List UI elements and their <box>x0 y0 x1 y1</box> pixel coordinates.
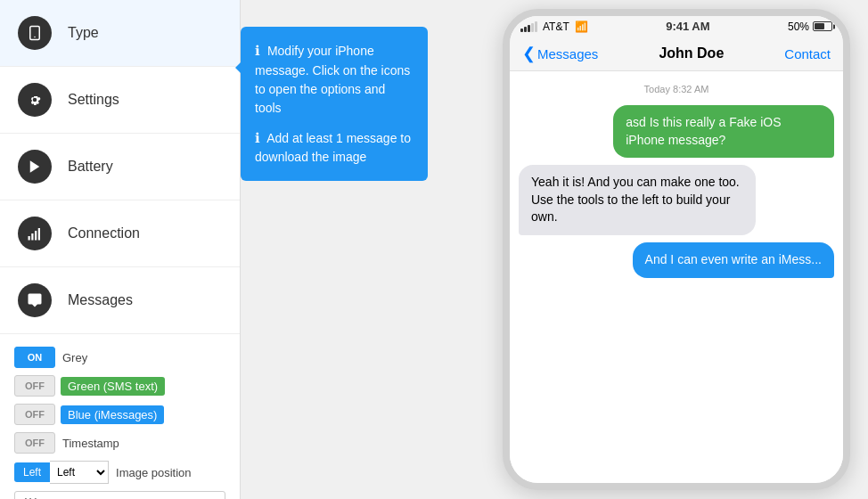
green-sms-label: Green (SMS text) <box>61 377 165 396</box>
sidebar: Type Settings Battery Connection Message… <box>0 0 241 499</box>
svg-rect-4 <box>31 233 33 241</box>
image-position-label: Image position <box>116 466 192 479</box>
grey-on-button[interactable]: ON <box>14 347 55 368</box>
signal-bar-2 <box>524 27 527 32</box>
battery-percent: 50% <box>788 20 809 33</box>
green-toggle-row: OFF Green (SMS text) <box>14 375 225 397</box>
tooltip-text-2: Add at least 1 message to download the i… <box>255 131 411 165</box>
carrier-name: AT&T <box>543 20 569 33</box>
blue-toggle-row: OFF Blue (iMessages) <box>14 404 225 425</box>
signal-icon <box>18 217 52 250</box>
svg-rect-5 <box>35 231 37 241</box>
left-position-button[interactable]: Left <box>14 462 50 482</box>
main-area: ℹ Modify your iPhone message. Click on t… <box>241 0 868 499</box>
controls-panel: ON Grey OFF Green (SMS text) OFF Blue (i… <box>0 334 240 499</box>
sidebar-item-type[interactable]: Type <box>0 0 240 67</box>
tooltip-section-1: ℹ Modify your iPhone message. Click on t… <box>255 41 414 118</box>
signal-bar-3 <box>528 25 530 32</box>
timestamp-label: Timestamp <box>62 437 119 450</box>
sidebar-item-connection[interactable]: Connection <box>0 200 240 267</box>
blue-imessage-label: Blue (iMessages) <box>61 405 164 424</box>
svg-point-1 <box>34 37 36 38</box>
battery-icon <box>813 21 832 31</box>
position-select[interactable]: Left Right Center <box>50 461 109 484</box>
wifi-icon: 📶 <box>575 20 588 33</box>
green-off-button[interactable]: OFF <box>14 375 55 397</box>
battery-fill <box>815 23 824 29</box>
signal-bar-5 <box>535 21 537 32</box>
svg-marker-2 <box>30 160 40 173</box>
gear-icon <box>18 83 52 117</box>
message-timestamp: Today 8:32 AM <box>519 84 834 94</box>
mobile-icon <box>18 16 52 50</box>
contact-name: John Doe <box>659 45 724 61</box>
sidebar-item-settings[interactable]: Settings <box>0 67 240 134</box>
sidebar-label-type: Type <box>68 25 99 41</box>
signal-bar-4 <box>531 23 534 32</box>
timestamp-off-button[interactable]: OFF <box>14 432 55 454</box>
back-label: Messages <box>537 46 598 61</box>
phone-time: 9:41 AM <box>666 20 709 33</box>
tooltip-section-2: ℹ Add at least 1 message to download the… <box>255 128 414 168</box>
messages-area: Today 8:32 AM asd Is this really a Fake … <box>510 71 843 483</box>
message-1: asd Is this really a Fake iOS iPhone mes… <box>613 105 834 158</box>
message-2: Yeah it is! And you can make one too. Us… <box>519 165 756 235</box>
grey-label: Grey <box>62 351 87 364</box>
status-bar: AT&T 📶 9:41 AM 50% <box>510 16 843 37</box>
tooltip-box: ℹ Modify your iPhone message. Click on t… <box>241 27 428 181</box>
sidebar-label-settings: Settings <box>68 92 119 108</box>
phone-mockup: AT&T 📶 9:41 AM 50% ❮ Messages John Doe <box>503 9 850 490</box>
status-left: AT&T 📶 <box>520 20 588 33</box>
contact-action[interactable]: Contact <box>784 46 831 61</box>
info-icon-1: ℹ <box>255 43 260 58</box>
sidebar-label-messages: Messages <box>68 292 133 308</box>
chat-icon <box>18 283 52 317</box>
sidebar-item-battery[interactable]: Battery <box>0 134 240 200</box>
signal-bar-1 <box>520 29 523 32</box>
message-3: And I can even write an iMess... <box>633 242 834 278</box>
image-position-row: Left Left Right Center Image position <box>14 461 225 484</box>
svg-rect-3 <box>29 236 30 241</box>
phone-body: AT&T 📶 9:41 AM 50% ❮ Messages John Doe <box>503 9 850 490</box>
back-button[interactable]: ❮ Messages <box>522 44 598 63</box>
svg-rect-6 <box>38 228 40 241</box>
upload-button[interactable]: 🖼 Click here to upload image <box>14 491 225 499</box>
sidebar-item-messages[interactable]: Messages <box>0 267 240 334</box>
grey-toggle-row: ON Grey <box>14 347 225 368</box>
signal-bars <box>520 21 537 32</box>
chevron-left-icon: ❮ <box>522 44 536 63</box>
sidebar-label-connection: Connection <box>68 225 140 241</box>
tooltip-text-1: Modify your iPhone message. Click on the… <box>255 44 410 115</box>
info-icon-2: ℹ <box>255 130 260 145</box>
play-icon <box>18 150 52 184</box>
sidebar-label-battery: Battery <box>68 159 113 175</box>
blue-off-button[interactable]: OFF <box>14 404 55 425</box>
status-right: 50% <box>788 20 832 33</box>
timestamp-toggle-row: OFF Timestamp <box>14 432 225 454</box>
nav-bar: ❮ Messages John Doe Contact <box>510 37 843 71</box>
